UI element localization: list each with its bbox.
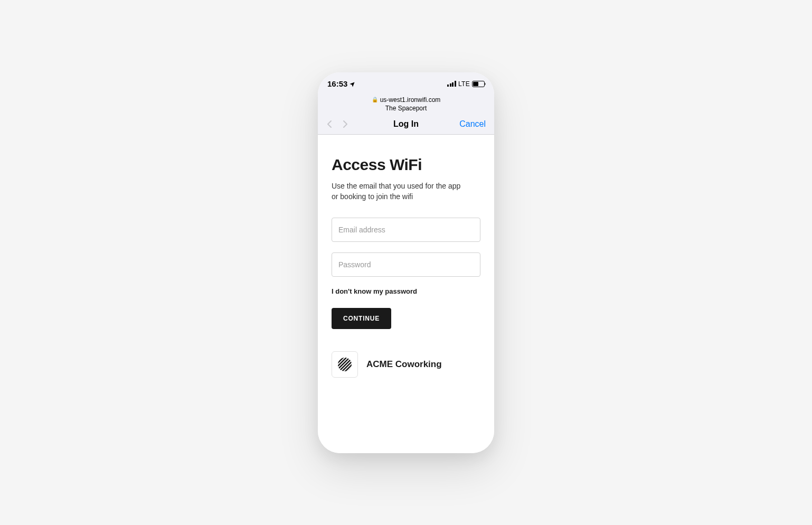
brand-name: ACME Coworking — [366, 359, 442, 370]
page-content: Access WiFi Use the email that you used … — [318, 135, 494, 453]
back-arrow-icon[interactable] — [326, 121, 333, 127]
brand-logo-icon — [337, 357, 352, 372]
network-type: LTE — [458, 80, 470, 88]
phone-mockup: 16:53 LTE 🔒 us-west1.ironwifi.com The Sp… — [318, 72, 494, 453]
brand-section: ACME Coworking — [332, 351, 480, 378]
status-time: 16:53 — [327, 79, 347, 88]
nav-title: Log In — [393, 119, 419, 129]
continue-button[interactable]: CONTINUE — [332, 308, 391, 329]
cancel-button[interactable]: Cancel — [459, 119, 486, 129]
battery-icon — [472, 81, 485, 87]
forward-arrow-icon[interactable] — [342, 121, 348, 127]
password-field[interactable] — [332, 252, 480, 277]
location-icon — [350, 81, 356, 87]
site-name: The Spaceport — [318, 104, 494, 113]
signal-icon — [447, 81, 456, 87]
page-title: Access WiFi — [332, 156, 480, 174]
brand-logo — [332, 351, 358, 378]
page-description: Use the email that you used for the app … — [332, 181, 469, 202]
status-bar: 16:53 LTE — [318, 72, 494, 96]
email-field[interactable] — [332, 218, 480, 242]
status-right: LTE — [447, 80, 485, 88]
browser-url-bar: 🔒 us-west1.ironwifi.com The Spaceport — [318, 96, 494, 116]
url-domain: us-west1.ironwifi.com — [380, 96, 441, 105]
lock-icon: 🔒 — [372, 96, 378, 104]
url-line: 🔒 us-west1.ironwifi.com — [318, 96, 494, 105]
status-left: 16:53 — [327, 79, 356, 88]
forgot-password-link[interactable]: I don't know my password — [332, 287, 480, 295]
nav-bar: Log In Cancel — [318, 115, 494, 135]
nav-arrows — [326, 121, 348, 127]
